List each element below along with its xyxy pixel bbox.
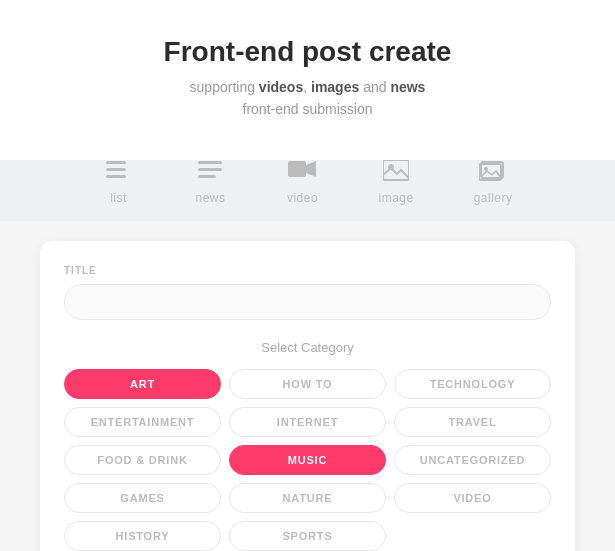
cat-btn-travel[interactable]: TRAVEL [394,407,551,437]
image-icon [380,157,412,185]
category-label: Select Category [64,340,551,355]
cat-btn-internet[interactable]: INTERNET [229,407,386,437]
tab-image-label: image [378,191,413,205]
svg-rect-6 [288,161,306,177]
cat-btn-nature[interactable]: NATURE [229,483,386,513]
svg-marker-7 [306,161,316,177]
tab-video[interactable]: video [286,157,318,205]
cat-btn-games[interactable]: GAMES [64,483,221,513]
subtitle-line2: front-end submission [243,101,373,117]
main-content: TITLE Select Category ART HOW TO TECHNOL… [0,221,615,551]
form-card: TITLE Select Category ART HOW TO TECHNOL… [40,241,575,551]
tab-news[interactable]: news [194,157,226,205]
tab-gallery[interactable]: gallery [474,157,513,205]
tab-news-label: news [195,191,225,205]
cat-btn-sports[interactable]: SPORTS [229,521,386,551]
subtitle-bold1: videos [259,79,303,95]
subtitle-sep2: and [359,79,390,95]
subtitle-plain: supporting [190,79,259,95]
tab-list[interactable]: list [102,157,134,205]
svg-rect-3 [198,161,222,164]
title-field-group: TITLE [64,265,551,320]
title-field-label: TITLE [64,265,551,276]
gallery-icon [477,157,509,185]
video-icon [286,157,318,185]
page-title: Front-end post create [20,36,595,68]
cat-btn-food-drink[interactable]: FOOD & DRINK [64,445,221,475]
cat-btn-how-to[interactable]: HOW TO [229,369,386,399]
subtitle-sep1: , [303,79,311,95]
header-section: Front-end post create supporting videos,… [0,0,615,141]
subtitle-bold2: images [311,79,359,95]
svg-rect-4 [198,168,222,171]
tab-list-label: list [110,191,127,205]
category-section: Select Category ART HOW TO TECHNOLOGY EN… [64,340,551,551]
subtitle-bold3: news [390,79,425,95]
tab-image[interactable]: image [378,157,413,205]
cat-btn-entertainment[interactable]: ENTERTAINMENT [64,407,221,437]
svg-rect-5 [198,175,216,178]
cat-btn-music[interactable]: MUSIC [229,445,386,475]
list-icon [102,157,134,185]
title-input[interactable] [64,284,551,320]
cat-btn-video[interactable]: VIDEO [394,483,551,513]
cat-btn-history[interactable]: HISTORY [64,521,221,551]
page-subtitle: supporting videos, images and news front… [20,76,595,121]
svg-rect-1 [106,168,126,171]
svg-rect-2 [106,175,126,178]
category-grid: ART HOW TO TECHNOLOGY ENTERTAINMENT INTE… [64,369,551,551]
cat-btn-technology[interactable]: TECHNOLOGY [394,369,551,399]
svg-rect-8 [383,160,409,180]
empty-cell [394,521,551,551]
cat-btn-uncategorized[interactable]: UNCATEGORIZED [394,445,551,475]
cat-btn-art[interactable]: ART [64,369,221,399]
tab-gallery-label: gallery [474,191,513,205]
news-icon [194,157,226,185]
svg-rect-0 [106,161,126,164]
tab-video-label: video [287,191,318,205]
